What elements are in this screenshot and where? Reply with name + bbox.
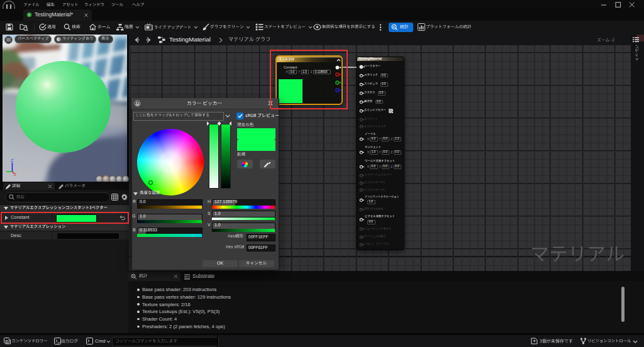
svg-text:Z: Z [11, 158, 14, 163]
svg-text:X: X [14, 172, 17, 177]
